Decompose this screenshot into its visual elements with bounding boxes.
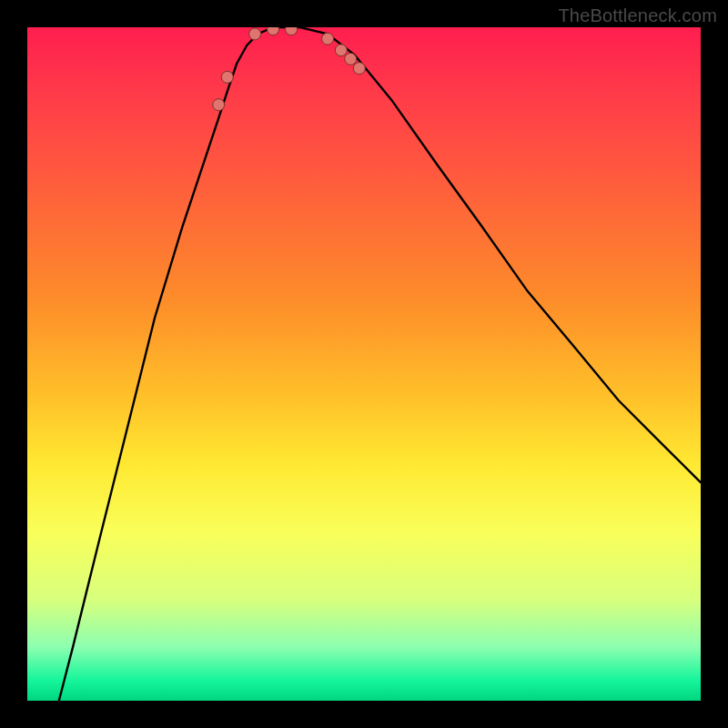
curve-marker <box>353 63 365 75</box>
curve-marker <box>221 71 233 83</box>
curve-marker <box>213 99 225 111</box>
curve-marker <box>335 45 347 56</box>
curve-marker <box>322 33 334 45</box>
chart-svg <box>27 27 701 701</box>
curve-marker <box>268 27 279 35</box>
curve-marker <box>286 27 298 35</box>
watermark-text: TheBottleneck.com <box>558 5 717 26</box>
plot-area <box>27 27 701 701</box>
curve-marker <box>249 28 261 40</box>
bottleneck-curve <box>59 27 701 701</box>
curve-marker <box>345 53 357 65</box>
chart-frame: TheBottleneck.com <box>0 0 728 728</box>
